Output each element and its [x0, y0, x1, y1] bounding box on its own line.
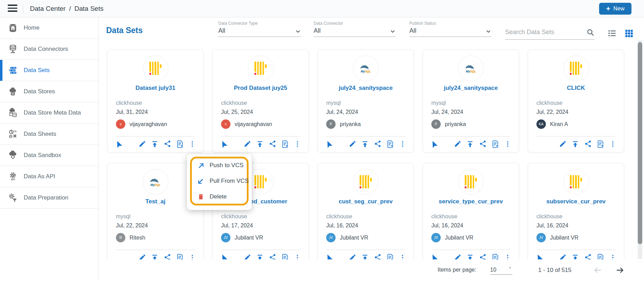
send-icon[interactable]: [325, 253, 333, 260]
sidebar-item-data-sheets[interactable]: Data Sheets: [0, 124, 98, 145]
share-icon[interactable]: [268, 253, 276, 260]
dataset-name[interactable]: subservice_cur_prev: [532, 198, 620, 205]
filter-data-connector-type[interactable]: Data Connector Type All: [218, 21, 301, 40]
more-options-icon[interactable]: [188, 140, 196, 148]
dataset-card[interactable]: MySQLjuly24_sanityspacemysqlJul, 24, 202…: [423, 49, 519, 153]
dataset-card[interactable]: MySQLjuly24_sanityspacemysqlJul, 24, 202…: [317, 49, 414, 153]
send-icon[interactable]: [220, 140, 228, 148]
more-options-icon[interactable]: [399, 140, 407, 148]
more-options-icon[interactable]: [293, 140, 301, 148]
next-page-button[interactable]: [615, 265, 625, 275]
share-icon[interactable]: [584, 140, 592, 148]
edit-icon[interactable]: [559, 253, 567, 260]
publish-icon[interactable]: [151, 140, 159, 148]
sidebar-item-home[interactable]: Home: [0, 17, 98, 39]
send-icon[interactable]: [220, 253, 228, 260]
send-icon[interactable]: [115, 140, 123, 148]
new-button[interactable]: + New: [599, 3, 631, 15]
more-options-icon[interactable]: [504, 253, 512, 260]
share-icon[interactable]: [374, 253, 382, 260]
publish-icon[interactable]: [151, 253, 159, 260]
publish-icon[interactable]: [256, 253, 264, 260]
more-options-icon[interactable]: [399, 253, 407, 260]
edit-icon[interactable]: [348, 140, 356, 148]
publish-icon[interactable]: [361, 140, 369, 148]
edit-icon[interactable]: [138, 253, 146, 260]
more-options-icon[interactable]: [188, 253, 196, 260]
data-filter-icon[interactable]: [491, 140, 499, 148]
edit-icon[interactable]: [348, 253, 356, 260]
sidebar-item-data-preparation[interactable]: Data Preparation: [0, 187, 98, 209]
data-filter-icon[interactable]: [386, 253, 394, 260]
data-filter-icon[interactable]: [176, 253, 184, 260]
sidebar-item-data-store-meta-data[interactable]: </> Data Store Meta Data: [0, 102, 98, 124]
sidebar-item-data-sets[interactable]: Data Sets: [0, 60, 98, 81]
scrollbar-track[interactable]: [638, 40, 642, 259]
dataset-card[interactable]: CLICKclickhouseJul, 22, 2024KAKiran A: [528, 49, 624, 153]
dataset-card[interactable]: subservice_cur_prevclickhouseJul, 16, 20…: [528, 163, 624, 259]
dataset-name[interactable]: service_type_cur_prev: [426, 198, 515, 205]
data-filter-icon[interactable]: [596, 253, 604, 260]
publish-icon[interactable]: [571, 140, 579, 148]
items-per-page-select[interactable]: 10: [490, 265, 512, 275]
publish-icon[interactable]: [466, 253, 474, 260]
previous-page-button[interactable]: [593, 265, 603, 275]
publish-icon[interactable]: [571, 253, 579, 260]
search-input[interactable]: [505, 29, 586, 36]
share-icon[interactable]: [479, 253, 487, 260]
list-view-button[interactable]: [607, 29, 617, 38]
share-icon[interactable]: [374, 140, 382, 148]
edit-icon[interactable]: [454, 253, 462, 260]
dataset-name[interactable]: july24_sanityspace: [321, 85, 410, 92]
dataset-card[interactable]: Dataset july31clickhouseJul, 31, 2024vvi…: [107, 49, 204, 153]
edit-icon[interactable]: [243, 140, 251, 148]
send-icon[interactable]: [430, 140, 438, 148]
publish-icon[interactable]: [361, 253, 369, 260]
filter-publish-status[interactable]: Publish Status All: [409, 21, 492, 40]
data-filter-icon[interactable]: [176, 140, 184, 148]
share-icon[interactable]: [479, 140, 487, 148]
share-icon[interactable]: [163, 140, 171, 148]
edit-icon[interactable]: [138, 140, 146, 148]
edit-icon[interactable]: [454, 140, 462, 148]
dataset-name[interactable]: Dataset july31: [111, 85, 200, 92]
sidebar-item-data-connectors[interactable]: Data Connectors: [0, 39, 98, 60]
publish-icon[interactable]: [256, 140, 264, 148]
data-filter-icon[interactable]: [491, 253, 499, 260]
breadcrumb-current[interactable]: Data Sets: [74, 5, 103, 13]
dataset-name[interactable]: Prod Dataset juy25: [216, 85, 305, 92]
scrollbar-thumb[interactable]: [638, 42, 642, 244]
send-icon[interactable]: [535, 253, 543, 260]
dataset-card[interactable]: Prod Dataset juy25clickhouseJul, 25, 202…: [212, 49, 309, 153]
more-options-icon[interactable]: [609, 253, 617, 260]
sidebar-item-data-as-api[interactable]: API Data As API: [0, 166, 98, 187]
data-filter-icon[interactable]: [281, 140, 289, 148]
menu-item-delete[interactable]: Delete: [197, 192, 248, 202]
dataset-name[interactable]: CLICK: [532, 85, 620, 92]
sidebar-item-data-sandbox[interactable]: Data Sandbox: [0, 145, 98, 166]
dataset-name[interactable]: cust_seg_cur_prev: [321, 198, 410, 205]
publish-icon[interactable]: [466, 140, 474, 148]
data-filter-icon[interactable]: [596, 140, 604, 148]
more-options-icon[interactable]: [609, 140, 617, 148]
share-icon[interactable]: [163, 253, 171, 260]
share-icon[interactable]: [584, 253, 592, 260]
send-icon[interactable]: [325, 140, 333, 148]
hamburger-menu-icon[interactable]: [8, 5, 17, 13]
sidebar-item-data-stores[interactable]: Data Stores: [0, 81, 98, 102]
data-filter-icon[interactable]: [386, 140, 394, 148]
dataset-name[interactable]: july24_sanityspace: [426, 85, 515, 92]
send-icon[interactable]: [430, 253, 438, 260]
breadcrumb-parent[interactable]: Data Center: [30, 5, 65, 13]
edit-icon[interactable]: [559, 140, 567, 148]
data-filter-icon[interactable]: [281, 253, 289, 260]
grid-view-button[interactable]: [624, 29, 634, 38]
more-options-icon[interactable]: [504, 140, 512, 148]
search-icon[interactable]: [586, 28, 595, 37]
share-icon[interactable]: [268, 140, 276, 148]
filter-data-connector[interactable]: Data Connector All: [314, 21, 396, 40]
menu-item-pull-from-vcs[interactable]: Pull From VCS: [197, 176, 248, 186]
dataset-card[interactable]: cust_seg_cur_prevclickhouseJul, 16, 2024…: [317, 163, 414, 259]
more-options-icon[interactable]: [293, 253, 301, 260]
edit-icon[interactable]: [243, 253, 251, 260]
